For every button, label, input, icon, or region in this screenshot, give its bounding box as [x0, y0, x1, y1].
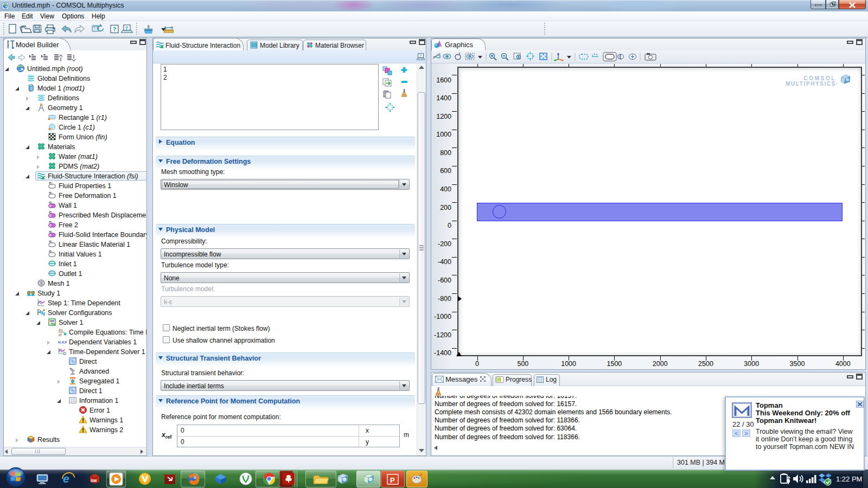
svg-text:u,v,w: u,v,w [58, 339, 67, 344]
svg-text:e: e [63, 472, 69, 485]
svg-text:SW: SW [91, 479, 97, 483]
svg-text:?: ? [419, 54, 422, 57]
svg-text:∂t: ∂t [59, 333, 62, 337]
svg-text:?: ? [113, 26, 117, 33]
svg-text:P: P [390, 476, 395, 484]
svg-text:∂u: ∂u [59, 328, 62, 332]
